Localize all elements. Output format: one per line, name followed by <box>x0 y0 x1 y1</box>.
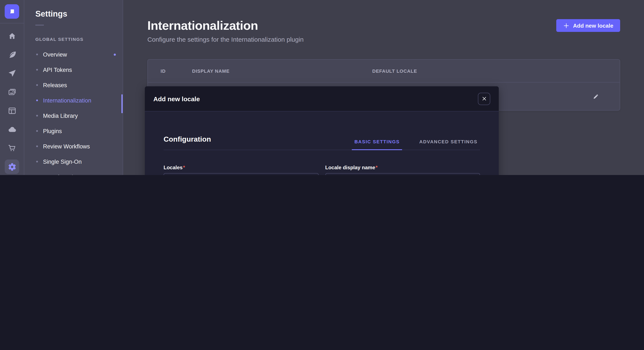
modal-close-button[interactable] <box>478 93 490 105</box>
configuration-header: Configuration BASIC SETTINGS ADVANCED SE… <box>164 135 480 150</box>
strapi-admin: KD Settings GLOBAL SETTINGS Overview <box>0 0 644 175</box>
locales-label-text: Locales <box>164 165 182 171</box>
modal-header: Add new locale <box>145 86 499 111</box>
required-asterisk: * <box>183 165 185 171</box>
locales-field: Locales* French (fr) <box>164 165 318 175</box>
locales-select[interactable]: French (fr) <box>164 173 318 175</box>
display-name-label: Locale display name* <box>325 165 480 171</box>
display-name-label-text: Locale display name <box>325 165 375 171</box>
modal-body: Configuration BASIC SETTINGS ADVANCED SE… <box>145 111 499 175</box>
configuration-heading: Configuration <box>164 135 211 150</box>
required-asterisk: * <box>376 165 378 171</box>
display-name-field: Locale display name* Locale will be disp… <box>325 165 480 175</box>
display-name-input[interactable] <box>325 173 480 175</box>
add-locale-modal: Add new locale Configuration BASIC SETTI… <box>145 86 499 175</box>
modal-tabs: BASIC SETTINGS ADVANCED SETTINGS <box>352 139 480 150</box>
close-icon <box>482 96 486 101</box>
settings-tab[interactable]: ADVANCED SETTINGS <box>417 139 480 150</box>
modal-title: Add new locale <box>153 95 200 102</box>
modal-fields: Locales* French (fr) Locale display name… <box>164 165 480 175</box>
locales-label: Locales* <box>164 165 318 171</box>
settings-tab[interactable]: BASIC SETTINGS <box>352 139 402 150</box>
